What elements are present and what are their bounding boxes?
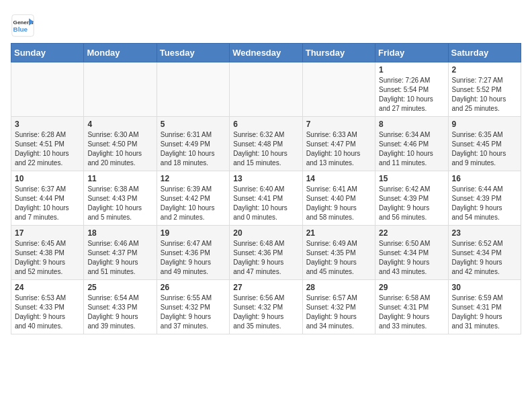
calendar-week-row: 3Sunrise: 6:28 AM Sunset: 4:51 PM Daylig… — [11, 117, 521, 171]
calendar-cell: 26Sunrise: 6:55 AM Sunset: 4:32 PM Dayli… — [157, 280, 229, 334]
calendar-cell: 17Sunrise: 6:45 AM Sunset: 4:38 PM Dayli… — [11, 226, 84, 280]
day-info: Sunrise: 6:41 AM Sunset: 4:40 PM Dayligh… — [306, 185, 371, 222]
day-info: Sunrise: 7:26 AM Sunset: 5:54 PM Dayligh… — [379, 76, 444, 113]
calendar-table: SundayMondayTuesdayWednesdayThursdayFrid… — [11, 43, 521, 334]
day-number: 14 — [306, 174, 371, 183]
day-number: 12 — [161, 174, 226, 183]
calendar-cell: 5Sunrise: 6:31 AM Sunset: 4:49 PM Daylig… — [157, 117, 229, 171]
day-info: Sunrise: 6:49 AM Sunset: 4:35 PM Dayligh… — [306, 239, 371, 277]
calendar-cell: 25Sunrise: 6:54 AM Sunset: 4:33 PM Dayli… — [84, 280, 157, 334]
calendar-cell: 18Sunrise: 6:46 AM Sunset: 4:37 PM Dayli… — [84, 226, 157, 280]
weekday-header-tuesday: Tuesday — [157, 44, 229, 62]
day-number: 20 — [233, 228, 298, 238]
day-number: 26 — [161, 283, 226, 292]
day-info: Sunrise: 6:54 AM Sunset: 4:33 PM Dayligh… — [87, 293, 152, 331]
day-info: Sunrise: 7:27 AM Sunset: 5:52 PM Dayligh… — [452, 76, 517, 113]
day-number: 19 — [161, 228, 226, 238]
day-info: Sunrise: 6:31 AM Sunset: 4:49 PM Dayligh… — [161, 130, 226, 168]
day-number: 15 — [379, 174, 444, 183]
weekday-header-monday: Monday — [84, 44, 157, 62]
day-number: 18 — [87, 228, 152, 238]
weekday-header-thursday: Thursday — [302, 44, 375, 62]
calendar-cell: 3Sunrise: 6:28 AM Sunset: 4:51 PM Daylig… — [11, 117, 84, 171]
calendar-cell: 30Sunrise: 6:59 AM Sunset: 4:31 PM Dayli… — [448, 280, 521, 334]
day-number: 3 — [15, 120, 80, 129]
calendar-cell: 6Sunrise: 6:32 AM Sunset: 4:48 PM Daylig… — [230, 117, 302, 171]
calendar-week-row: 10Sunrise: 6:37 AM Sunset: 4:44 PM Dayli… — [11, 171, 521, 226]
day-info: Sunrise: 6:28 AM Sunset: 4:51 PM Dayligh… — [15, 130, 80, 168]
day-number: 4 — [87, 120, 152, 129]
calendar-cell: 13Sunrise: 6:40 AM Sunset: 4:41 PM Dayli… — [230, 171, 302, 226]
calendar-cell: 20Sunrise: 6:48 AM Sunset: 4:36 PM Dayli… — [230, 226, 302, 280]
weekday-header-sunday: Sunday — [11, 44, 84, 62]
day-info: Sunrise: 6:59 AM Sunset: 4:31 PM Dayligh… — [452, 293, 517, 331]
calendar-cell: 7Sunrise: 6:33 AM Sunset: 4:47 PM Daylig… — [302, 117, 375, 171]
calendar-week-row: 1Sunrise: 7:26 AM Sunset: 5:54 PM Daylig… — [11, 62, 521, 117]
day-info: Sunrise: 6:50 AM Sunset: 4:34 PM Dayligh… — [379, 239, 444, 277]
day-info: Sunrise: 6:57 AM Sunset: 4:32 PM Dayligh… — [306, 293, 371, 331]
calendar-cell: 27Sunrise: 6:56 AM Sunset: 4:32 PM Dayli… — [230, 280, 302, 334]
day-info: Sunrise: 6:34 AM Sunset: 4:46 PM Dayligh… — [379, 130, 444, 168]
calendar-week-row: 24Sunrise: 6:53 AM Sunset: 4:33 PM Dayli… — [11, 280, 521, 334]
day-number: 1 — [379, 65, 444, 75]
day-number: 17 — [15, 228, 80, 238]
day-info: Sunrise: 6:38 AM Sunset: 4:43 PM Dayligh… — [87, 185, 152, 222]
calendar-cell: 1Sunrise: 7:26 AM Sunset: 5:54 PM Daylig… — [375, 62, 448, 117]
calendar-cell: 23Sunrise: 6:52 AM Sunset: 4:34 PM Dayli… — [448, 226, 521, 280]
day-info: Sunrise: 6:32 AM Sunset: 4:48 PM Dayligh… — [233, 130, 298, 168]
day-info: Sunrise: 6:39 AM Sunset: 4:42 PM Dayligh… — [161, 185, 226, 222]
weekday-header-saturday: Saturday — [448, 44, 521, 62]
calendar-cell: 16Sunrise: 6:44 AM Sunset: 4:39 PM Dayli… — [448, 171, 521, 226]
calendar-cell: 29Sunrise: 6:58 AM Sunset: 4:31 PM Dayli… — [375, 280, 448, 334]
day-number: 21 — [306, 228, 371, 238]
day-number: 7 — [306, 120, 371, 129]
calendar-cell: 21Sunrise: 6:49 AM Sunset: 4:35 PM Dayli… — [302, 226, 375, 280]
weekday-header-wednesday: Wednesday — [230, 44, 302, 62]
day-info: Sunrise: 6:56 AM Sunset: 4:32 PM Dayligh… — [233, 293, 298, 331]
day-info: Sunrise: 6:58 AM Sunset: 4:31 PM Dayligh… — [379, 293, 444, 331]
day-number: 5 — [161, 120, 226, 129]
day-number: 29 — [379, 283, 444, 292]
weekday-header-friday: Friday — [375, 44, 448, 62]
day-info: Sunrise: 6:30 AM Sunset: 4:50 PM Dayligh… — [87, 130, 152, 168]
day-info: Sunrise: 6:35 AM Sunset: 4:45 PM Dayligh… — [452, 130, 517, 168]
day-info: Sunrise: 6:46 AM Sunset: 4:37 PM Dayligh… — [87, 239, 152, 277]
calendar-cell: 24Sunrise: 6:53 AM Sunset: 4:33 PM Dayli… — [11, 280, 84, 334]
day-info: Sunrise: 6:52 AM Sunset: 4:34 PM Dayligh… — [452, 239, 517, 277]
calendar-cell: 22Sunrise: 6:50 AM Sunset: 4:34 PM Dayli… — [375, 226, 448, 280]
calendar-header: SundayMondayTuesdayWednesdayThursdayFrid… — [11, 44, 521, 62]
day-number: 28 — [306, 283, 371, 292]
day-number: 11 — [87, 174, 152, 183]
calendar-cell: 15Sunrise: 6:42 AM Sunset: 4:39 PM Dayli… — [375, 171, 448, 226]
calendar-cell: 2Sunrise: 7:27 AM Sunset: 5:52 PM Daylig… — [448, 62, 521, 117]
day-number: 30 — [452, 283, 517, 292]
calendar-cell: 9Sunrise: 6:35 AM Sunset: 4:45 PM Daylig… — [448, 117, 521, 171]
logo-icon: General Blue — [11, 13, 35, 38]
calendar-cell: 28Sunrise: 6:57 AM Sunset: 4:32 PM Dayli… — [302, 280, 375, 334]
day-number: 24 — [15, 283, 80, 292]
calendar-cell — [302, 62, 375, 117]
day-info: Sunrise: 6:45 AM Sunset: 4:38 PM Dayligh… — [15, 239, 80, 277]
weekday-row: SundayMondayTuesdayWednesdayThursdayFrid… — [11, 44, 521, 62]
day-info: Sunrise: 6:48 AM Sunset: 4:36 PM Dayligh… — [233, 239, 298, 277]
day-info: Sunrise: 6:40 AM Sunset: 4:41 PM Dayligh… — [233, 185, 298, 222]
calendar-cell — [157, 62, 229, 117]
day-number: 22 — [379, 228, 444, 238]
calendar-body: 1Sunrise: 7:26 AM Sunset: 5:54 PM Daylig… — [11, 62, 521, 334]
day-number: 9 — [452, 120, 517, 129]
calendar-cell: 12Sunrise: 6:39 AM Sunset: 4:42 PM Dayli… — [157, 171, 229, 226]
day-number: 25 — [87, 283, 152, 292]
day-info: Sunrise: 6:47 AM Sunset: 4:36 PM Dayligh… — [161, 239, 226, 277]
calendar-cell — [11, 62, 84, 117]
day-info: Sunrise: 6:42 AM Sunset: 4:39 PM Dayligh… — [379, 185, 444, 222]
day-number: 16 — [452, 174, 517, 183]
calendar-cell — [84, 62, 157, 117]
day-number: 6 — [233, 120, 298, 129]
calendar-cell: 14Sunrise: 6:41 AM Sunset: 4:40 PM Dayli… — [302, 171, 375, 226]
day-info: Sunrise: 6:37 AM Sunset: 4:44 PM Dayligh… — [15, 185, 80, 222]
calendar-cell — [230, 62, 302, 117]
day-info: Sunrise: 6:53 AM Sunset: 4:33 PM Dayligh… — [15, 293, 80, 331]
day-number: 13 — [233, 174, 298, 183]
day-number: 23 — [452, 228, 517, 238]
day-info: Sunrise: 6:55 AM Sunset: 4:32 PM Dayligh… — [161, 293, 226, 331]
